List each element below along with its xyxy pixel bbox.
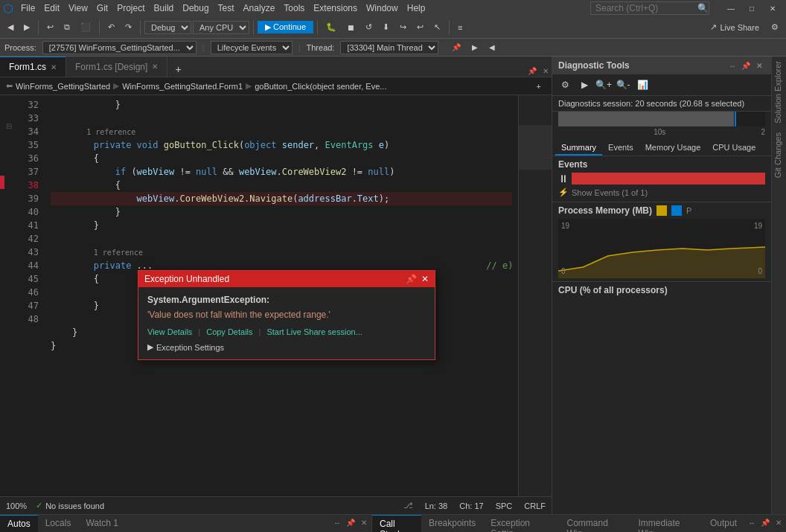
- live-share-button[interactable]: ↗ Live Share: [704, 21, 765, 33]
- breadcrumb-add[interactable]: +: [532, 80, 546, 92]
- menu-debug[interactable]: Debug: [178, 1, 213, 15]
- copy-details-link[interactable]: Copy Details: [206, 327, 252, 336]
- toolbar-icon-1[interactable]: ↩: [42, 21, 58, 33]
- linenum-43: 43: [15, 246, 39, 259]
- live-share-session-link[interactable]: Start Live Share session...: [266, 327, 362, 336]
- menu-extensions[interactable]: Extensions: [309, 1, 362, 15]
- exception-pin-icon[interactable]: 📌: [406, 274, 417, 284]
- minimize-button[interactable]: —: [720, 0, 741, 16]
- toolbar-step-back[interactable]: ↖: [429, 21, 445, 33]
- diagnostic-pin[interactable]: ↔: [726, 60, 738, 71]
- menu-analyze[interactable]: Analyze: [239, 1, 280, 15]
- memory-val-right-bot: 0: [758, 267, 762, 275]
- diag-play-btn[interactable]: ▶: [576, 77, 592, 93]
- callstack-tab-exception[interactable]: Exception Settin...: [483, 515, 559, 532]
- diagnostic-close[interactable]: ✕: [753, 60, 765, 71]
- lifecycle-dropdown[interactable]: Lifecycle Events: [211, 41, 293, 54]
- toolbar-debug-icon[interactable]: 🐛: [322, 21, 341, 33]
- processbar-pin[interactable]: 📌: [447, 42, 465, 53]
- tab-close-form1[interactable]: ✕: [51, 63, 57, 71]
- breadcrumb-project[interactable]: WinForms_GettingStarted: [16, 82, 110, 91]
- callstack-undock[interactable]: 📌: [759, 516, 771, 528]
- autos-tab-watch1[interactable]: Watch 1: [78, 515, 126, 532]
- toolbar-icon-3[interactable]: ⬛: [76, 21, 95, 33]
- nav-back-button[interactable]: ◀: [3, 21, 18, 33]
- exception-settings[interactable]: ▶ Exception Settings: [147, 342, 426, 352]
- diag-zoom-out-btn[interactable]: 🔍-: [615, 77, 631, 93]
- toolbar-restart-icon[interactable]: ↺: [361, 21, 377, 33]
- events-pause-btn[interactable]: ⏸: [558, 173, 569, 185]
- menu-test[interactable]: Test: [214, 1, 239, 15]
- diag-chart-btn[interactable]: 📊: [634, 77, 651, 93]
- debug-config-dropdown[interactable]: Debug: [144, 21, 191, 34]
- menu-file[interactable]: File: [16, 1, 39, 15]
- processbar-play[interactable]: ▶: [467, 42, 482, 53]
- toolbar-settings[interactable]: ⚙: [767, 21, 783, 33]
- tab-form1-design[interactable]: Form1.cs [Design] ✕: [66, 57, 167, 77]
- memory-val-right-top: 19: [754, 222, 762, 230]
- autos-undock[interactable]: 📌: [345, 516, 357, 528]
- continue-button[interactable]: ▶ Continue: [258, 21, 313, 33]
- tab-close-design[interactable]: ✕: [152, 63, 158, 71]
- toolbar-step-into[interactable]: ↪: [395, 21, 411, 33]
- diag-settings-btn[interactable]: ⚙: [557, 77, 573, 93]
- diag-tab-cpu[interactable]: CPU Usage: [706, 141, 761, 156]
- toolbar-undo[interactable]: ↶: [103, 21, 119, 33]
- toolbar-more-icons[interactable]: ≡: [453, 22, 467, 33]
- maximize-button[interactable]: □: [741, 0, 762, 16]
- memory-filter-btn1[interactable]: [656, 205, 667, 216]
- menu-build[interactable]: Build: [150, 1, 179, 15]
- git-changes-tab[interactable]: Git Changes: [772, 128, 786, 182]
- expand-34[interactable]: ⊟: [6, 122, 15, 135]
- callstack-tab-callstack[interactable]: Call Stack: [372, 515, 421, 532]
- process-dropdown[interactable]: [27576] WinForms_GettingStarted...: [42, 41, 196, 54]
- toolbar-redo[interactable]: ↷: [121, 21, 136, 33]
- menu-window[interactable]: Window: [362, 1, 403, 15]
- autos-pin[interactable]: ↔: [331, 516, 343, 528]
- tab-add-button[interactable]: +: [170, 62, 185, 77]
- exception-close-icon[interactable]: ✕: [421, 274, 429, 284]
- close-button[interactable]: ✕: [762, 0, 783, 16]
- code-line-41: [51, 232, 512, 246]
- breadcrumb-method[interactable]: goButton_Click(object sender, Eve...: [255, 82, 386, 91]
- view-details-link[interactable]: View Details: [147, 327, 192, 336]
- nav-forward-button[interactable]: ▶: [19, 21, 34, 33]
- search-input[interactable]: [590, 1, 709, 15]
- diag-tab-memory[interactable]: Memory Usage: [639, 141, 707, 156]
- callstack-tab-immediate[interactable]: Immediate Win...: [630, 515, 703, 532]
- diag-tab-summary[interactable]: Summary: [555, 141, 602, 156]
- solution-explorer-tab[interactable]: Solution Explorer: [772, 57, 786, 128]
- menu-view[interactable]: View: [64, 1, 92, 15]
- diag-zoom-in-btn[interactable]: 🔍+: [595, 77, 612, 93]
- breadcrumb-class[interactable]: WinForms_GettingStarted.Form1: [122, 82, 243, 91]
- menu-tools[interactable]: Tools: [279, 1, 309, 15]
- toolbar-stop-icon[interactable]: ⏹: [342, 22, 360, 33]
- callstack-pin[interactable]: ↔: [746, 516, 758, 528]
- show-events[interactable]: ⚡ Show Events (1 of 1): [558, 186, 765, 199]
- memory-filter-btn2[interactable]: [671, 205, 682, 216]
- toolbar-icon-2[interactable]: ⧉: [60, 21, 74, 33]
- autos-tab-locals[interactable]: Locals: [38, 515, 79, 532]
- diag-tab-events[interactable]: Events: [602, 141, 639, 156]
- callstack-tab-breakpoints[interactable]: Breakpoints: [421, 515, 483, 532]
- tab-form1-cs[interactable]: Form1.cs ✕: [0, 57, 66, 77]
- processbar-prev[interactable]: ◀: [485, 42, 499, 53]
- menu-help[interactable]: Help: [403, 1, 430, 15]
- callstack-tab-command[interactable]: Command Win...: [560, 515, 631, 532]
- linenum-45: 45: [15, 272, 39, 286]
- menu-edit[interactable]: Edit: [39, 1, 64, 15]
- thread-dropdown[interactable]: [33304] Main Thread: [340, 41, 438, 54]
- editor-close-panel[interactable]: ✕: [540, 65, 552, 77]
- autos-tab-autos[interactable]: Autos: [0, 515, 38, 532]
- callstack-close[interactable]: ✕: [773, 516, 785, 528]
- toolbar-step-out[interactable]: ↩: [412, 21, 428, 33]
- toolbar-step-over[interactable]: ⬇: [378, 21, 394, 33]
- zoom-level[interactable]: 100%: [6, 501, 27, 510]
- callstack-tab-output[interactable]: Output: [703, 515, 744, 532]
- menu-project[interactable]: Project: [112, 1, 149, 15]
- menu-git[interactable]: Git: [92, 1, 112, 15]
- editor-pin-button[interactable]: 📌: [526, 65, 538, 77]
- cpu-dropdown[interactable]: Any CPU: [193, 21, 249, 34]
- autos-close[interactable]: ✕: [358, 516, 370, 528]
- diagnostic-undock[interactable]: 📌: [740, 60, 752, 71]
